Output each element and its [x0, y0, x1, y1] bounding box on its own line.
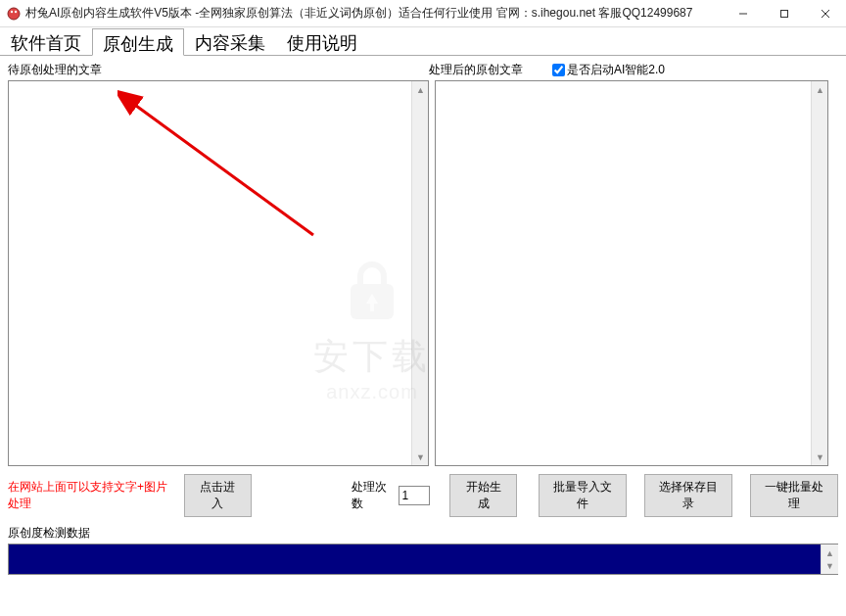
- tab-collect[interactable]: 内容采集: [184, 27, 276, 55]
- save-dir-button[interactable]: 选择保存目录: [644, 474, 732, 517]
- scroll-down-icon[interactable]: ▼: [812, 449, 828, 465]
- scroll-up-icon[interactable]: ▲: [412, 81, 429, 98]
- tab-generate[interactable]: 原创生成: [92, 28, 184, 56]
- svg-point-1: [11, 10, 13, 12]
- tab-home[interactable]: 软件首页: [0, 27, 92, 55]
- batch-button[interactable]: 一键批量处理: [750, 474, 838, 517]
- app-icon: [6, 6, 22, 22]
- count-label: 处理次数: [352, 479, 394, 512]
- output-article-textarea[interactable]: [436, 81, 811, 465]
- import-button[interactable]: 批量导入文件: [539, 474, 627, 517]
- svg-point-2: [15, 10, 17, 12]
- scroll-down-icon[interactable]: ▼: [822, 557, 838, 574]
- detect-data-bar: ▲ ▼: [8, 544, 838, 575]
- svg-rect-4: [781, 10, 788, 17]
- left-panel-label: 待原创处理的文章: [8, 62, 429, 78]
- count-input[interactable]: [399, 486, 430, 505]
- maximize-button[interactable]: [764, 0, 805, 26]
- scrollbar[interactable]: ▲ ▼: [821, 545, 837, 574]
- detect-label: 原创度检测数据: [8, 525, 846, 542]
- scroll-up-icon[interactable]: ▲: [812, 81, 828, 98]
- input-article-box: ▲ ▼: [8, 80, 429, 466]
- tab-help[interactable]: 使用说明: [276, 27, 368, 55]
- hint-text: 在网站上面可以支持文字+图片处理: [8, 479, 170, 512]
- right-panel-label: 处理后的原创文章: [429, 62, 523, 78]
- minimize-button[interactable]: [723, 0, 764, 26]
- close-button[interactable]: [805, 0, 846, 26]
- output-article-box: ▲ ▼: [435, 80, 828, 466]
- start-button[interactable]: 开始生成: [449, 474, 517, 517]
- ai-checkbox[interactable]: [552, 64, 565, 76]
- window-title: 村兔AI原创内容生成软件V5版本 -全网独家原创算法（非近义词伪原创）适合任何行…: [25, 5, 723, 22]
- svg-point-0: [8, 8, 20, 20]
- scroll-down-icon[interactable]: ▼: [412, 449, 429, 465]
- enter-button[interactable]: 点击进入: [184, 474, 252, 517]
- ai-checkbox-label: 是否启动AI智能2.0: [567, 62, 665, 78]
- window-controls: [723, 0, 846, 26]
- scrollbar[interactable]: ▲ ▼: [811, 81, 827, 465]
- titlebar: 村兔AI原创内容生成软件V5版本 -全网独家原创算法（非近义词伪原创）适合任何行…: [0, 0, 846, 27]
- ai-checkbox-wrap[interactable]: 是否启动AI智能2.0: [552, 62, 665, 78]
- scrollbar[interactable]: ▲ ▼: [411, 81, 428, 465]
- input-article-textarea[interactable]: [9, 81, 411, 465]
- tab-bar: 软件首页 原创生成 内容采集 使用说明: [0, 27, 846, 56]
